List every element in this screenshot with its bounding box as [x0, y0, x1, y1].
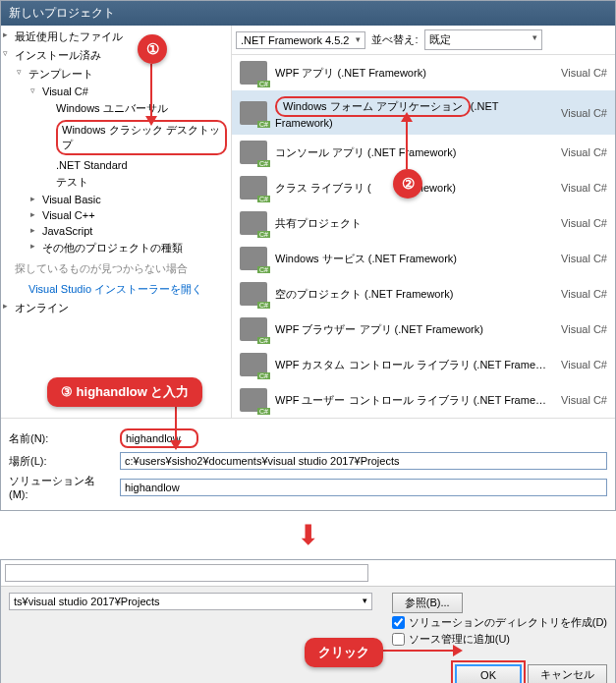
- project-icon: [240, 317, 267, 341]
- tree-universal[interactable]: Windows ユニバーサル: [1, 99, 231, 118]
- callout-1: ①: [138, 34, 167, 64]
- tree-recent[interactable]: 最近使用したファイル: [1, 28, 231, 46]
- tree-visual-basic[interactable]: Visual Basic: [1, 192, 231, 207]
- template-wpf-app[interactable]: WPF アプリ (.NET Framework) Visual C#: [232, 55, 615, 90]
- callout-2: ②: [393, 169, 422, 199]
- project-icon: [240, 61, 267, 85]
- tree-visual-cpp[interactable]: Visual C++: [1, 207, 231, 223]
- template-wpf-user-control[interactable]: WPF ユーザー コントロール ライブラリ (.NET Frame… Visua…: [232, 382, 615, 418]
- project-icon: [240, 211, 267, 235]
- name-input-ext[interactable]: [198, 429, 607, 447]
- arrow-3: [175, 401, 177, 442]
- framework-dropdown[interactable]: .NET Framework 4.5.2: [236, 31, 365, 49]
- name-input[interactable]: [120, 428, 198, 448]
- create-dir-checkbox[interactable]: [392, 616, 405, 629]
- project-icon: [240, 176, 267, 199]
- tree-javascript[interactable]: JavaScript: [1, 223, 231, 239]
- sort-label: 並べ替え:: [371, 32, 418, 47]
- arrow-1: [150, 64, 152, 116]
- sidebar: 最近使用したファイル インストール済み テンプレート Visual C# Win…: [1, 26, 232, 418]
- open-installer-link[interactable]: Visual Studio インストーラーを開く: [1, 280, 231, 299]
- solution-label: ソリューション名(M):: [9, 474, 112, 500]
- template-empty-project[interactable]: 空のプロジェクト (.NET Framework) Visual C#: [232, 276, 615, 312]
- template-console-app[interactable]: コンソール アプリ (.NET Framework) Visual C#: [232, 135, 615, 170]
- template-windows-service[interactable]: Windows サービス (.NET Framework) Visual C#: [232, 241, 615, 276]
- sidebar-hint: 探しているものが見つからない場合: [1, 257, 231, 280]
- template-list: WPF アプリ (.NET Framework) Visual C# Windo…: [232, 55, 615, 418]
- template-wpf-browser[interactable]: WPF ブラウザー アプリ (.NET Framework) Visual C#: [232, 312, 615, 347]
- path-dropdown[interactable]: ts¥visual studio 2017¥Projects: [9, 593, 372, 610]
- dialog-title: 新しいプロジェクト: [1, 1, 615, 26]
- project-icon: [240, 388, 267, 412]
- tree-installed[interactable]: インストール済み: [1, 46, 231, 65]
- tree-online[interactable]: オンライン: [1, 299, 231, 317]
- arrow-click: [371, 650, 455, 652]
- location-input[interactable]: [120, 452, 607, 470]
- main-panel: .NET Framework 4.5.2 並べ替え: 既定 WPF アプリ (.…: [232, 26, 615, 418]
- project-icon: [240, 282, 267, 306]
- arrow-2: [406, 120, 408, 169]
- cancel-button[interactable]: キャンセル: [528, 664, 607, 683]
- down-arrow-icon: ⬇: [0, 519, 616, 551]
- browse-button[interactable]: 参照(B)...: [392, 593, 463, 613]
- tree-templates[interactable]: テンプレート: [1, 65, 231, 84]
- project-icon: [240, 141, 267, 164]
- arrow-3-head: [170, 440, 182, 450]
- template-wpf-custom-control[interactable]: WPF カスタム コントロール ライブラリ (.NET Frame… Visua…: [232, 347, 615, 382]
- callout-3: ③ highandlow と入力: [47, 377, 202, 407]
- arrow-click-head: [453, 645, 463, 656]
- bottom-fields: 名前(N): 場所(L): ソリューション名(M):: [1, 418, 615, 510]
- template-winforms-app[interactable]: Windows フォーム アプリケーション(.NET Framework) Vi…: [232, 90, 615, 135]
- solution-input[interactable]: [120, 479, 607, 496]
- toolbar: .NET Framework 4.5.2 並べ替え: 既定: [232, 26, 615, 55]
- name-label: 名前(N):: [9, 431, 112, 446]
- tree-test[interactable]: テスト: [1, 173, 231, 192]
- callout-click: クリック: [305, 638, 383, 667]
- template-class-library[interactable]: クラス ライブラリ (XXXXXXmework) Visual C#: [232, 170, 615, 205]
- tree-visual-csharp[interactable]: Visual C#: [1, 84, 231, 99]
- project-icon: [240, 101, 267, 125]
- arrow-1-head: [145, 116, 157, 126]
- ok-button[interactable]: OK: [455, 664, 522, 683]
- tree-net-standard[interactable]: .NET Standard: [1, 157, 231, 173]
- create-dir-label: ソリューションのディレクトリを作成(D): [409, 615, 607, 630]
- new-project-dialog: 新しいプロジェクト 最近使用したファイル インストール済み テンプレート Vis…: [0, 0, 616, 511]
- project-icon: [240, 247, 267, 270]
- location-label: 場所(L):: [9, 454, 112, 469]
- sort-dropdown[interactable]: 既定: [424, 29, 542, 50]
- project-icon: [240, 353, 267, 376]
- path-input-top[interactable]: [5, 564, 368, 582]
- tree-classic-desktop[interactable]: Windows クラシック デスクトップ: [1, 118, 231, 157]
- template-shared-project[interactable]: 共有プロジェクト Visual C#: [232, 205, 615, 241]
- source-control-checkbox[interactable]: [392, 633, 405, 646]
- arrow-2-head: [401, 112, 413, 122]
- tree-other-types[interactable]: その他のプロジェクトの種類: [1, 239, 231, 257]
